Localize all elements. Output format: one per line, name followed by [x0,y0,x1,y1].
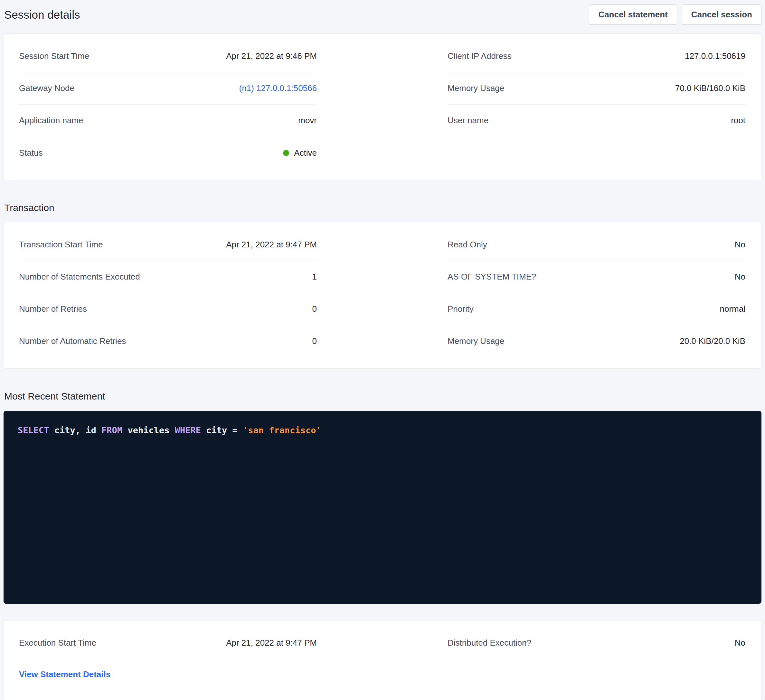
page-title: Session details [4,8,80,21]
transaction-section-title: Transaction [4,202,762,213]
application-name-value: movr [298,116,317,126]
row-statements-executed: Number of Statements Executed 1 [19,261,317,293]
row-status: Status Active [19,137,317,169]
row-session-start-time: Session Start Time Apr 21, 2022 at 9:46 … [19,40,317,72]
distributed-execution-value: No [735,638,745,648]
row-number-of-retries: Number of Retries 0 [19,293,317,325]
session-summary-right-column: Client IP Address 127.0.0.1:50619 Memory… [447,40,745,169]
header-actions: Cancel statement Cancel session [589,5,762,25]
statements-executed-label: Number of Statements Executed [19,272,140,282]
automatic-retries-label: Number of Automatic Retries [19,336,126,346]
row-application-name: Application name movr [19,105,317,137]
execution-right-column: Distributed Execution? No [447,627,745,680]
execution-left-column: Execution Start Time Apr 21, 2022 at 9:4… [19,627,317,680]
status-badge: Active [283,148,317,158]
session-start-time-label: Session Start Time [19,51,89,61]
user-name-value: root [731,116,745,126]
session-memory-usage-label: Memory Usage [447,83,504,93]
row-read-only: Read Only No [447,229,745,261]
number-of-retries-label: Number of Retries [19,304,87,314]
view-statement-details-link[interactable]: View Statement Details [19,669,110,680]
row-execution-start-time: Execution Start Time Apr 21, 2022 at 9:4… [19,627,317,659]
sql-keyword: FROM [101,425,122,435]
sql-text: city, id [49,425,102,435]
client-ip-value: 127.0.0.1:50619 [685,51,745,61]
transaction-right-column: Read Only No AS OF SYSTEM TIME? No Prior… [447,229,745,358]
transaction-start-time-value: Apr 21, 2022 at 9:47 PM [226,240,317,250]
row-user-name: User name root [447,105,745,137]
row-session-memory-usage: Memory Usage 70.0 KiB/160.0 KiB [447,72,745,105]
read-only-value: No [735,240,745,250]
sql-statement-block: SELECT city, id FROM vehicles WHERE city… [3,411,762,604]
sql-string: 'san francisco' [243,425,321,435]
transaction-memory-usage-label: Memory Usage [447,336,504,346]
sql-text: city = [201,425,243,435]
gateway-node-link[interactable]: (n1) 127.0.0.1:50566 [239,83,317,93]
sql-statement-text: SELECT city, id FROM vehicles WHERE city… [18,424,747,437]
client-ip-label: Client IP Address [447,51,512,61]
transaction-card: Transaction Start Time Apr 21, 2022 at 9… [3,222,762,368]
row-transaction-start-time: Transaction Start Time Apr 21, 2022 at 9… [19,229,317,261]
row-transaction-memory-usage: Memory Usage 20.0 KiB/20.0 KiB [447,325,745,357]
row-automatic-retries: Number of Automatic Retries 0 [19,325,317,357]
priority-label: Priority [447,304,474,314]
number-of-retries-value: 0 [312,304,317,314]
as-of-system-time-label: AS OF SYSTEM TIME? [447,272,536,282]
transaction-left-column: Transaction Start Time Apr 21, 2022 at 9… [19,229,317,358]
cancel-session-button[interactable]: Cancel session [682,5,762,25]
cancel-statement-button[interactable]: Cancel statement [589,5,677,25]
status-label: Status [19,148,43,158]
session-summary-card: Session Start Time Apr 21, 2022 at 9:46 … [3,34,762,180]
status-text: Active [294,148,317,158]
session-start-time-value: Apr 21, 2022 at 9:46 PM [226,51,317,61]
transaction-memory-usage-value: 20.0 KiB/20.0 KiB [680,336,745,346]
page-header: Session details Cancel statement Cancel … [3,5,762,25]
distributed-execution-label: Distributed Execution? [447,638,531,648]
status-active-dot-icon [283,150,289,156]
session-memory-usage-value: 70.0 KiB/160.0 KiB [675,83,745,93]
execution-start-time-label: Execution Start Time [19,638,96,648]
statement-section-title: Most Recent Statement [4,391,762,402]
execution-card: Execution Start Time Apr 21, 2022 at 9:4… [3,620,762,700]
as-of-system-time-value: No [735,272,745,282]
row-client-ip-address: Client IP Address 127.0.0.1:50619 [447,40,745,72]
row-distributed-execution: Distributed Execution? No [447,627,745,659]
priority-value: normal [720,304,745,314]
session-details-page: Session details Cancel statement Cancel … [0,0,765,700]
transaction-start-time-label: Transaction Start Time [19,240,103,250]
read-only-label: Read Only [447,240,487,250]
row-as-of-system-time: AS OF SYSTEM TIME? No [447,261,745,293]
row-priority: Priority normal [447,293,745,325]
session-summary-left-column: Session Start Time Apr 21, 2022 at 9:46 … [19,40,317,169]
sql-keyword: SELECT [18,425,49,435]
application-name-label: Application name [19,116,83,126]
execution-start-time-value: Apr 21, 2022 at 9:47 PM [226,638,317,648]
gateway-node-label: Gateway Node [19,83,74,93]
sql-keyword: WHERE [175,425,201,435]
statements-executed-value: 1 [312,272,317,282]
user-name-label: User name [447,116,488,126]
row-gateway-node: Gateway Node (n1) 127.0.0.1:50566 [19,72,317,105]
sql-text: vehicles [122,425,175,435]
automatic-retries-value: 0 [312,336,317,346]
